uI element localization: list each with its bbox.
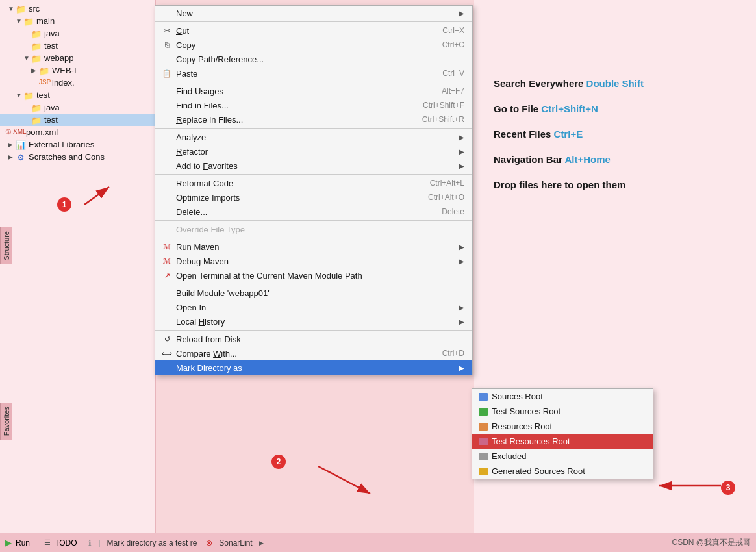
structure-tab[interactable]: Structure [0,227,12,264]
info-drop-files: Drop files here to open them [494,179,737,190]
tree-item-pomxml[interactable]: ① XML pom.xml [0,126,155,138]
menu-item-localhistory[interactable]: Local History ▶ [155,314,472,329]
tree-item-index-jsp[interactable]: ▶ JSP index. [0,77,155,89]
analyze-icon [162,132,172,142]
menu-item-refactor[interactable]: Refactor ▶ [155,144,472,158]
menu-item-addtofav[interactable]: Add to Favorites ▶ [155,158,472,173]
expand-arrow-extlibs[interactable]: ▶ [8,141,16,148]
tree-item-src[interactable]: ▼ 📁 src [0,3,155,15]
menu-item-paste[interactable]: 📋 Paste Ctrl+V [155,66,472,81]
menu-item-reload[interactable]: ↺ Reload from Disk [155,332,472,346]
expand-arrow-main[interactable]: ▼ [16,18,23,25]
menu-label-paste: Paste [176,69,197,79]
tree-item-webinf[interactable]: ▶ 📁 WEB-I [0,64,155,77]
menu-label-overridetype: Override File Type [176,225,245,234]
openterminal-icon: ↗ [162,270,172,281]
localhistory-icon [162,316,172,327]
run-label[interactable]: Run [16,538,30,547]
menu-item-findusages[interactable]: Find Usages Alt+F7 [155,84,472,98]
tree-item-test2-group[interactable]: ▼ 📁 test [0,89,155,101]
tree-item-java[interactable]: ▶ 📁 java [0,27,155,40]
tree-label-test2: test [36,90,50,100]
separator-7 [155,284,472,284]
shortcut-findinfiles: Ctrl+Shift+F [423,101,464,110]
menu-item-copypath[interactable]: Copy Path/Reference... [155,52,472,66]
menu-label-compare: Compare With... [176,349,237,358]
overridetype-icon [162,224,172,234]
todo-label[interactable]: TODO [55,538,77,547]
arrow-icon-markdiras: ▶ [459,364,464,371]
menu-item-openin[interactable]: Open In ▶ [155,300,472,314]
menu-item-cut[interactable]: ✂ Cut Ctrl+X [155,23,472,38]
tree-item-webapp[interactable]: ▼ 📁 webapp [0,52,155,64]
submenu-container: Sources Root Test Sources Root Resources… [472,388,653,479]
menu-item-markdiras[interactable]: Mark Directory as ▶ [155,360,472,375]
favorites-tab[interactable]: Favorites [0,403,12,440]
submenu-item-testresourcesroot[interactable]: Test Resources Root [472,434,653,449]
info-icon: ℹ [88,538,92,547]
shortcut-paste: Ctrl+V [442,69,464,78]
menu-item-optimizeimports[interactable]: Optimize Imports Ctrl+Alt+O [155,190,472,205]
shortcut-cut: Ctrl+X [442,26,464,35]
arrow-icon-openin: ▶ [459,304,464,311]
tree-item-main[interactable]: ▼ 📁 main [0,15,155,27]
expand-arrow-scratches[interactable]: ▶ [8,153,16,160]
arrow-icon-analyze: ▶ [459,134,464,141]
annotation-circle-2: 2 [271,455,286,469]
sonarlint-label[interactable]: SonarLint [219,538,252,547]
separator-8 [155,330,472,331]
submenu-item-sourcesroot[interactable]: Sources Root [472,389,653,404]
tree-item-test-main[interactable]: ▶ 📁 test [0,40,155,52]
menu-label-analyze: Analyze [176,132,206,142]
tree-label-webinf: WEB-I [52,66,77,75]
submenu-item-testsourcesroot[interactable]: Test Sources Root [472,404,653,419]
menu-item-buildmodule[interactable]: Build Module 'webapp01' [155,286,472,300]
menu-item-analyze[interactable]: Analyze ▶ [155,130,472,144]
submenu-label-testsourcesroot: Test Sources Root [492,407,561,416]
markdiras-icon [162,362,172,373]
tree-item-scratches[interactable]: ▶ ⚙ Scratches and Cons [0,151,155,163]
tree-item-test-selected[interactable]: ▶ 📁 test [0,114,155,126]
arrow-icon-new: ▶ [459,10,464,17]
menu-item-compare[interactable]: ⟺ Compare With... Ctrl+D [155,346,472,360]
shortcut-optimizeimports: Ctrl+Alt+O [428,193,464,202]
paste-icon: 📋 [162,68,172,79]
menu-label-runmaven: Run Maven [176,242,219,252]
separator-6 [155,238,472,238]
submenu-item-resourcesroot[interactable]: Resources Root [472,419,653,434]
openin-icon [162,302,172,312]
tree-label-test-main: test [44,41,58,51]
menu-item-new[interactable]: New ▶ [155,6,472,20]
status-mark-directory-msg: Mark directory as a test re [107,538,197,547]
menu-item-runmaven[interactable]: ℳ Run Maven ▶ [155,240,472,254]
expand-arrow-webinf[interactable]: ▶ [31,67,39,74]
shortcut-findusages: Alt+F7 [442,86,464,95]
tree-item-java-green[interactable]: ▶ 📁 java [0,101,155,114]
test-sources-root-icon [479,408,488,416]
menu-item-copy[interactable]: ⎘ Copy Ctrl+C [155,38,472,52]
menu-label-addtofav: Add to Favorites [176,161,238,171]
menu-item-overridetype: Override File Type [155,222,472,236]
new-icon [162,8,172,18]
expand-arrow-webapp[interactable]: ▼ [23,55,31,62]
folder-blue-icon-java: 📁 [31,29,42,38]
separator-1 [155,21,472,22]
expand-arrow-src[interactable]: ▼ [8,5,16,12]
menu-label-refactor: Refactor [176,147,208,157]
menu-item-replaceinfiles[interactable]: Replace in Files... Ctrl+Shift+R [155,112,472,127]
submenu-label-resourcesroot: Resources Root [492,421,552,431]
file-icon-index-jsp: JSP [39,79,49,88]
tree-label-src: src [29,4,40,14]
menu-item-delete[interactable]: Delete... Delete [155,205,472,219]
expand-arrow-test2[interactable]: ▼ [16,92,23,99]
tree-item-extlibs[interactable]: ▶ 📊 External Libraries [0,138,155,151]
menu-item-findinfiles[interactable]: Find in Files... Ctrl+Shift+F [155,98,472,112]
submenu-item-excluded[interactable]: Excluded [472,449,653,464]
submenu-item-generatedsources[interactable]: Generated Sources Root [472,464,653,479]
menu-item-openterminal[interactable]: ↗ Open Terminal at the Current Maven Mod… [155,268,472,282]
arrow-icon-addtofav: ▶ [459,162,464,169]
menu-item-debugmaven[interactable]: ℳ Debug Maven ▶ [155,254,472,268]
annotation-circle-3: 3 [721,481,735,495]
separator-4 [155,174,472,175]
menu-item-reformat[interactable]: Reformat Code Ctrl+Alt+L [155,176,472,190]
